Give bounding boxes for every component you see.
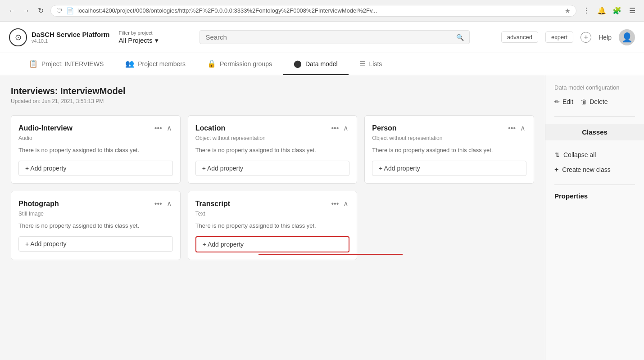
add-property-button-person[interactable]: + Add property <box>372 161 526 176</box>
class-collapse-button[interactable]: ∧ <box>342 123 349 133</box>
header-right: advanced expert + Help 👤 <box>501 29 635 45</box>
members-icon: 👥 <box>125 59 134 68</box>
class-name: Location <box>195 124 226 132</box>
class-card-audio-interview: Audio-Interview ••• ∧ Audio There is no … <box>11 115 181 184</box>
create-class-icon: + <box>554 166 558 174</box>
tab-members[interactable]: 👥 Project members <box>114 53 196 75</box>
expert-mode-button[interactable]: expert <box>545 32 573 43</box>
avatar: 👤 <box>619 29 635 45</box>
class-card-photograph: Photograph ••• ∧ Still Image There is no… <box>11 191 181 260</box>
app-header: ⊙ DaSCH Service Platform v4.10.1 Filter … <box>0 22 644 53</box>
filter-area[interactable]: Filter by project All Projects ▾ <box>118 30 190 45</box>
class-collapse-button[interactable]: ∧ <box>519 123 526 133</box>
sidebar: Data model configuration ✏ Edit 🗑 Delete… <box>545 75 644 360</box>
edit-button[interactable]: ✏ Edit <box>554 98 573 105</box>
search-area[interactable]: 🔍 <box>200 30 470 44</box>
class-card-actions: ••• ∧ <box>154 198 173 209</box>
class-menu-button[interactable]: ••• <box>331 123 340 133</box>
add-property-button-photograph[interactable]: + Add property <box>18 236 173 252</box>
browser-more-icon[interactable]: ☰ <box>626 4 639 17</box>
sidebar-classes-title: Classes <box>545 124 644 140</box>
logo-text-block: DaSCH Service Platform v4.10.1 <box>32 31 109 44</box>
class-card-transcript: Transcript ••• ∧ Text There is no proper… <box>188 191 358 260</box>
class-menu-button[interactable]: ••• <box>154 123 163 133</box>
arrow-svg <box>259 250 412 259</box>
filter-value: All Projects <box>118 36 152 44</box>
filter-dropdown[interactable]: All Projects ▾ <box>118 36 190 45</box>
class-menu-button[interactable]: ••• <box>331 198 340 209</box>
ontology-header: Interviews: InterviewModel Updated on: J… <box>11 86 534 104</box>
tab-lists-label: Lists <box>369 60 382 68</box>
class-card-header: Audio-Interview ••• ∧ <box>18 123 173 133</box>
content-area: Interviews: InterviewModel Updated on: J… <box>0 75 545 360</box>
arrow-annotation <box>259 250 412 259</box>
add-property-button-audio[interactable]: + Add property <box>18 161 173 176</box>
ontology-title: Interviews: InterviewModel <box>11 86 534 96</box>
filter-label: Filter by project <box>118 30 190 36</box>
app-title: DaSCH Service Platform <box>32 31 109 38</box>
delete-icon: 🗑 <box>581 98 587 105</box>
browser-right-icons: ⋮ 🔔 🧩 ☰ <box>580 4 639 17</box>
add-icon: + <box>581 32 591 43</box>
edit-label: Edit <box>562 98 573 105</box>
class-name: Transcript <box>195 200 230 208</box>
create-class-label: Create new class <box>562 166 610 173</box>
class-card-person: Person ••• ∧ Object without representati… <box>364 115 534 184</box>
search-icon: 🔍 <box>456 34 464 41</box>
back-button[interactable]: ← <box>5 4 18 17</box>
sidebar-collapse-all[interactable]: ⇅ Collapse all <box>554 148 635 162</box>
lists-icon: ☰ <box>359 59 366 68</box>
sidebar-create-new-class[interactable]: + Create new class <box>554 162 635 177</box>
main-layout: Interviews: InterviewModel Updated on: J… <box>0 75 644 360</box>
class-type: Text <box>195 211 350 217</box>
class-card-actions: ••• ∧ <box>507 123 526 133</box>
app-version: v4.10.1 <box>32 38 109 44</box>
delete-button[interactable]: 🗑 Delete <box>581 98 608 105</box>
class-collapse-button[interactable]: ∧ <box>166 123 173 133</box>
browser-extension-icon[interactable]: 🧩 <box>611 4 623 17</box>
class-name: Photograph <box>18 200 59 208</box>
sidebar-divider <box>554 116 635 117</box>
arrow-container: + Add property <box>195 236 350 252</box>
avatar-icon: 👤 <box>621 32 633 43</box>
tab-project-label: Project: INTERVIEWS <box>41 60 104 68</box>
sidebar-divider-2 <box>554 184 635 185</box>
class-collapse-button[interactable]: ∧ <box>342 198 349 209</box>
chevron-down-icon: ▾ <box>155 36 159 45</box>
class-menu-button[interactable]: ••• <box>507 123 517 133</box>
forward-button[interactable]: → <box>20 4 32 17</box>
class-name: Person <box>372 124 396 132</box>
class-collapse-button[interactable]: ∧ <box>166 198 173 209</box>
help-button[interactable]: Help <box>599 34 612 41</box>
tab-members-label: Project members <box>138 60 186 68</box>
advanced-mode-button[interactable]: advanced <box>501 32 538 43</box>
add-property-button-location[interactable]: + Add property <box>195 161 350 176</box>
tab-datamodel-label: Data model <box>305 60 338 68</box>
browser-menu-icon[interactable]: ⋮ <box>580 4 593 17</box>
sidebar-properties-title: Properties <box>554 192 635 200</box>
collapse-all-icon: ⇅ <box>554 151 560 158</box>
ontology-updated: Updated on: Jun 21, 2021, 3:51:13 PM <box>11 98 534 104</box>
tab-datamodel[interactable]: ⬤ Data model <box>283 53 349 75</box>
tab-permissions[interactable]: 🔒 Permission groups <box>196 53 283 75</box>
class-empty-msg: There is no property assigned to this cl… <box>372 147 526 153</box>
address-bar[interactable]: 🛡 📄 localhost:4200/project/0008/ontologi… <box>50 5 576 17</box>
add-button[interactable]: + <box>581 32 591 43</box>
datamodel-icon: ⬤ <box>294 59 302 68</box>
class-menu-button[interactable]: ••• <box>154 198 163 209</box>
help-label: Help <box>599 34 612 41</box>
class-card-header: Transcript ••• ∧ <box>195 198 350 209</box>
class-empty-msg: There is no property assigned to this cl… <box>195 222 350 229</box>
class-card-actions: ••• ∧ <box>331 198 350 209</box>
delete-label: Delete <box>590 98 608 105</box>
tab-project[interactable]: 📋 Project: INTERVIEWS <box>18 53 114 75</box>
class-card-actions: ••• ∧ <box>154 123 173 133</box>
search-input[interactable] <box>205 33 453 41</box>
class-type: Object without representation <box>372 135 526 141</box>
browser-notification-icon[interactable]: 🔔 <box>595 4 608 17</box>
class-type: Still Image <box>18 211 173 217</box>
url-text: localhost:4200/project/0008/ontologies/h… <box>77 7 561 14</box>
collapse-all-label: Collapse all <box>563 151 596 158</box>
refresh-button[interactable]: ↻ <box>34 4 47 17</box>
tab-lists[interactable]: ☰ Lists <box>349 53 393 75</box>
